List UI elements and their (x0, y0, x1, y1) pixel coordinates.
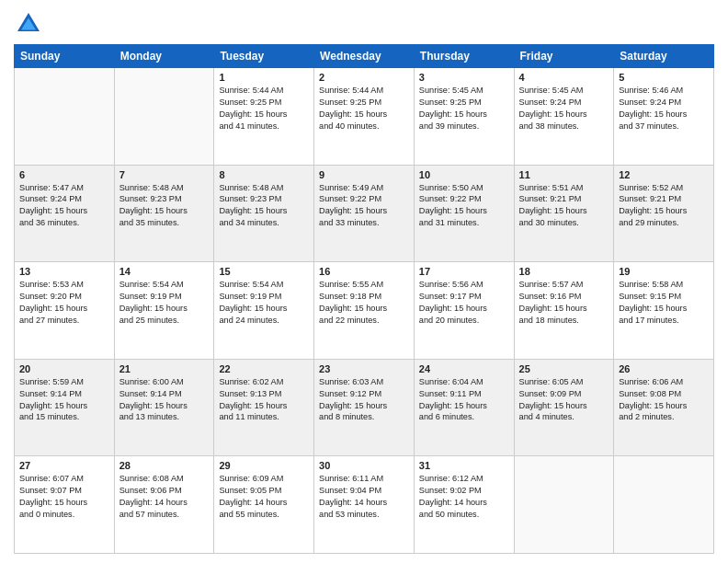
day-info: Sunrise: 5:49 AM Sunset: 9:22 PM Dayligh… (319, 182, 409, 230)
day-cell: 31Sunrise: 6:12 AM Sunset: 9:02 PM Dayli… (414, 456, 514, 554)
day-cell: 26Sunrise: 6:06 AM Sunset: 9:08 PM Dayli… (614, 359, 714, 456)
day-info: Sunrise: 6:08 AM Sunset: 9:06 PM Dayligh… (119, 473, 210, 521)
day-number: 27 (19, 460, 109, 471)
day-info: Sunrise: 5:48 AM Sunset: 9:23 PM Dayligh… (219, 182, 309, 230)
day-number: 13 (19, 266, 109, 277)
day-info: Sunrise: 6:11 AM Sunset: 9:04 PM Dayligh… (319, 473, 409, 521)
day-number: 16 (319, 266, 409, 277)
day-cell: 13Sunrise: 5:53 AM Sunset: 9:20 PM Dayli… (15, 262, 115, 360)
day-number: 7 (119, 169, 210, 180)
day-info: Sunrise: 6:12 AM Sunset: 9:02 PM Dayligh… (419, 473, 509, 521)
day-cell: 14Sunrise: 5:54 AM Sunset: 9:19 PM Dayli… (114, 262, 214, 360)
day-number: 8 (219, 169, 309, 180)
day-cell: 11Sunrise: 5:51 AM Sunset: 9:21 PM Dayli… (514, 165, 614, 262)
day-info: Sunrise: 6:02 AM Sunset: 9:13 PM Dayligh… (219, 376, 309, 424)
week-row-4: 27Sunrise: 6:07 AM Sunset: 9:07 PM Dayli… (15, 456, 714, 554)
day-number: 9 (319, 169, 409, 180)
day-info: Sunrise: 6:09 AM Sunset: 9:05 PM Dayligh… (219, 473, 309, 521)
day-cell: 20Sunrise: 5:59 AM Sunset: 9:14 PM Dayli… (15, 359, 115, 456)
day-cell: 22Sunrise: 6:02 AM Sunset: 9:13 PM Dayli… (214, 359, 314, 456)
page: SundayMondayTuesdayWednesdayThursdayFrid… (0, 0, 728, 563)
day-number: 11 (519, 169, 609, 180)
header (14, 9, 714, 39)
day-number: 4 (519, 72, 609, 83)
day-info: Sunrise: 5:53 AM Sunset: 9:20 PM Dayligh… (19, 279, 109, 327)
day-cell: 21Sunrise: 6:00 AM Sunset: 9:14 PM Dayli… (114, 359, 214, 456)
day-cell: 10Sunrise: 5:50 AM Sunset: 9:22 PM Dayli… (414, 165, 514, 262)
day-info: Sunrise: 5:45 AM Sunset: 9:25 PM Dayligh… (419, 85, 509, 132)
day-info: Sunrise: 6:00 AM Sunset: 9:14 PM Dayligh… (119, 376, 210, 424)
day-cell: 15Sunrise: 5:54 AM Sunset: 9:19 PM Dayli… (214, 262, 314, 360)
day-info: Sunrise: 6:03 AM Sunset: 9:12 PM Dayligh… (319, 376, 409, 424)
day-number: 20 (19, 363, 109, 374)
week-row-3: 20Sunrise: 5:59 AM Sunset: 9:14 PM Dayli… (15, 359, 714, 456)
day-cell: 28Sunrise: 6:08 AM Sunset: 9:06 PM Dayli… (114, 456, 214, 554)
day-info: Sunrise: 6:04 AM Sunset: 9:11 PM Dayligh… (419, 376, 509, 424)
day-info: Sunrise: 5:54 AM Sunset: 9:19 PM Dayligh… (219, 279, 309, 327)
day-info: Sunrise: 5:57 AM Sunset: 9:16 PM Dayligh… (519, 279, 609, 327)
weekday-header-monday: Monday (114, 45, 214, 68)
weekday-header-sunday: Sunday (15, 45, 115, 68)
day-cell: 4Sunrise: 5:45 AM Sunset: 9:24 PM Daylig… (514, 68, 614, 166)
day-number: 23 (319, 363, 409, 374)
day-number: 1 (219, 72, 309, 83)
day-cell: 5Sunrise: 5:46 AM Sunset: 9:24 PM Daylig… (614, 68, 714, 166)
day-cell: 27Sunrise: 6:07 AM Sunset: 9:07 PM Dayli… (15, 456, 115, 554)
week-row-2: 13Sunrise: 5:53 AM Sunset: 9:20 PM Dayli… (15, 262, 714, 360)
day-info: Sunrise: 6:05 AM Sunset: 9:09 PM Dayligh… (519, 376, 609, 424)
day-number: 21 (119, 363, 210, 374)
day-number: 31 (419, 460, 509, 471)
day-number: 3 (419, 72, 509, 83)
day-cell (15, 68, 115, 166)
day-cell: 17Sunrise: 5:56 AM Sunset: 9:17 PM Dayli… (414, 262, 514, 360)
day-number: 30 (319, 460, 409, 471)
day-info: Sunrise: 6:07 AM Sunset: 9:07 PM Dayligh… (19, 473, 109, 521)
day-number: 5 (619, 72, 709, 83)
weekday-header-row: SundayMondayTuesdayWednesdayThursdayFrid… (15, 45, 714, 68)
day-info: Sunrise: 5:55 AM Sunset: 9:18 PM Dayligh… (319, 279, 409, 327)
day-info: Sunrise: 5:56 AM Sunset: 9:17 PM Dayligh… (419, 279, 509, 327)
weekday-header-thursday: Thursday (414, 45, 514, 68)
logo (14, 9, 47, 39)
day-number: 26 (619, 363, 709, 374)
day-cell (614, 456, 714, 554)
day-cell: 29Sunrise: 6:09 AM Sunset: 9:05 PM Dayli… (214, 456, 314, 554)
day-info: Sunrise: 5:48 AM Sunset: 9:23 PM Dayligh… (119, 182, 210, 230)
day-info: Sunrise: 5:46 AM Sunset: 9:24 PM Dayligh… (619, 85, 709, 132)
day-number: 18 (519, 266, 609, 277)
day-cell: 30Sunrise: 6:11 AM Sunset: 9:04 PM Dayli… (314, 456, 415, 554)
week-row-0: 1Sunrise: 5:44 AM Sunset: 9:25 PM Daylig… (15, 68, 714, 166)
day-cell (114, 68, 214, 166)
day-cell: 3Sunrise: 5:45 AM Sunset: 9:25 PM Daylig… (414, 68, 514, 166)
weekday-header-wednesday: Wednesday (314, 45, 415, 68)
day-number: 29 (219, 460, 309, 471)
day-number: 12 (619, 169, 709, 180)
day-number: 14 (119, 266, 210, 277)
day-cell: 12Sunrise: 5:52 AM Sunset: 9:21 PM Dayli… (614, 165, 714, 262)
day-cell: 19Sunrise: 5:58 AM Sunset: 9:15 PM Dayli… (614, 262, 714, 360)
day-info: Sunrise: 5:47 AM Sunset: 9:24 PM Dayligh… (19, 182, 109, 230)
day-cell: 1Sunrise: 5:44 AM Sunset: 9:25 PM Daylig… (214, 68, 314, 166)
day-number: 19 (619, 266, 709, 277)
day-info: Sunrise: 5:59 AM Sunset: 9:14 PM Dayligh… (19, 376, 109, 424)
day-cell: 23Sunrise: 6:03 AM Sunset: 9:12 PM Dayli… (314, 359, 415, 456)
day-cell: 25Sunrise: 6:05 AM Sunset: 9:09 PM Dayli… (514, 359, 614, 456)
day-info: Sunrise: 5:44 AM Sunset: 9:25 PM Dayligh… (219, 85, 309, 132)
day-info: Sunrise: 5:58 AM Sunset: 9:15 PM Dayligh… (619, 279, 709, 327)
day-cell: 7Sunrise: 5:48 AM Sunset: 9:23 PM Daylig… (114, 165, 214, 262)
day-cell: 6Sunrise: 5:47 AM Sunset: 9:24 PM Daylig… (15, 165, 115, 262)
day-info: Sunrise: 5:50 AM Sunset: 9:22 PM Dayligh… (419, 182, 509, 230)
day-number: 17 (419, 266, 509, 277)
day-number: 24 (419, 363, 509, 374)
day-number: 25 (519, 363, 609, 374)
day-info: Sunrise: 5:52 AM Sunset: 9:21 PM Dayligh… (619, 182, 709, 230)
weekday-header-saturday: Saturday (614, 45, 714, 68)
weekday-header-friday: Friday (514, 45, 614, 68)
day-cell: 8Sunrise: 5:48 AM Sunset: 9:23 PM Daylig… (214, 165, 314, 262)
day-info: Sunrise: 5:45 AM Sunset: 9:24 PM Dayligh… (519, 85, 609, 132)
day-cell (514, 456, 614, 554)
day-number: 15 (219, 266, 309, 277)
day-cell: 2Sunrise: 5:44 AM Sunset: 9:25 PM Daylig… (314, 68, 415, 166)
logo-icon (14, 9, 43, 39)
day-cell: 24Sunrise: 6:04 AM Sunset: 9:11 PM Dayli… (414, 359, 514, 456)
